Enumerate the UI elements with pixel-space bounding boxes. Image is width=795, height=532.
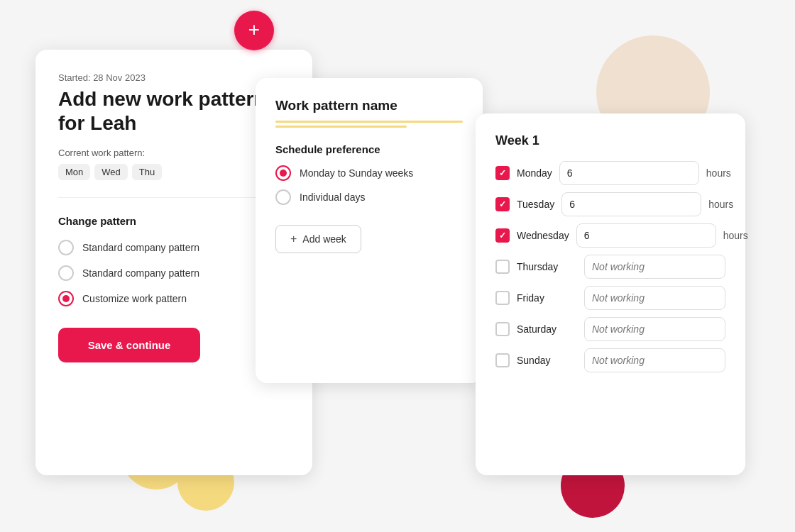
day-label-sunday: Sunday [517, 355, 577, 366]
option-label-individual-days: Individual days [300, 192, 366, 203]
option-label-customize: Customize work pattern [82, 293, 187, 304]
radio-standard-2[interactable] [58, 265, 74, 281]
day-label-monday: Monday [517, 167, 552, 179]
day-row-friday: Friday [495, 286, 725, 310]
option-label-monday-sunday: Monday to Sunday weeks [300, 167, 413, 179]
hours-suffix-monday: hours [706, 167, 731, 179]
tag-mon: Mon [58, 164, 90, 180]
checkbox-monday[interactable] [495, 166, 510, 180]
day-label-thursday: Thursday [517, 261, 577, 272]
checkbox-tuesday[interactable] [495, 197, 510, 211]
add-week-button[interactable]: + Add week [275, 225, 361, 253]
hours-input-friday[interactable] [584, 286, 725, 310]
day-row-thursday: Thursday [495, 255, 725, 279]
name-input-line-1 [275, 121, 463, 123]
hours-input-wednesday[interactable] [576, 223, 716, 248]
radio-customize[interactable] [58, 291, 74, 306]
save-continue-button[interactable]: Save & continue [58, 328, 200, 362]
checkbox-saturday[interactable] [495, 322, 510, 336]
schedule-preference-title: Schedule preference [275, 143, 463, 155]
hours-input-tuesday[interactable] [561, 192, 701, 216]
day-row-monday: Monday hours [495, 161, 725, 185]
hours-suffix-tuesday: hours [708, 199, 733, 210]
day-label-friday: Friday [517, 292, 577, 304]
day-label-wednesday: Wednesday [517, 230, 569, 241]
day-row-wednesday: Wednesday hours [495, 223, 725, 248]
option-label-standard-1: Standard company pattern [82, 242, 199, 253]
radio-individual-days[interactable] [275, 189, 291, 205]
checkbox-thursday[interactable] [495, 260, 510, 274]
schedule-options: Monday to Sunday weeks Individual days [275, 165, 463, 205]
plus-icon: + [248, 20, 260, 40]
hours-input-thursday[interactable] [584, 255, 725, 279]
day-row-tuesday: Tuesday hours [495, 192, 725, 216]
day-label-tuesday: Tuesday [517, 199, 554, 210]
checkbox-sunday[interactable] [495, 353, 510, 367]
option-individual-days[interactable]: Individual days [275, 189, 463, 205]
tag-thu: Thu [132, 164, 162, 180]
add-week-plus-icon: + [290, 233, 297, 245]
day-row-saturday: Saturday [495, 317, 725, 341]
hours-input-saturday[interactable] [584, 317, 725, 341]
cards-area: Started: 28 Nov 2023 Add new work patter… [35, 21, 760, 511]
hours-input-sunday[interactable] [584, 348, 725, 372]
checkbox-wednesday[interactable] [495, 228, 510, 243]
card-work-pattern-name: Work pattern name Schedule preference Mo… [256, 78, 483, 383]
work-pattern-name-title: Work pattern name [275, 98, 463, 113]
option-monday-sunday[interactable]: Monday to Sunday weeks [275, 165, 463, 181]
card-week-schedule: Week 1 Monday hours Tuesday hours Wednes… [476, 113, 745, 475]
checkbox-friday[interactable] [495, 291, 510, 305]
option-label-standard-2: Standard company pattern [82, 267, 199, 279]
radio-standard-1[interactable] [58, 240, 74, 255]
radio-monday-sunday[interactable] [275, 165, 291, 181]
tag-wed: Wed [94, 164, 128, 180]
day-label-saturday: Saturday [517, 323, 577, 335]
week-title: Week 1 [495, 133, 725, 148]
hours-input-monday[interactable] [559, 161, 699, 185]
add-week-label: Add week [302, 233, 346, 245]
day-row-sunday: Sunday [495, 348, 725, 372]
hours-suffix-wednesday: hours [723, 230, 748, 241]
name-input-line-2 [275, 126, 407, 128]
plus-button[interactable]: + [234, 11, 274, 50]
